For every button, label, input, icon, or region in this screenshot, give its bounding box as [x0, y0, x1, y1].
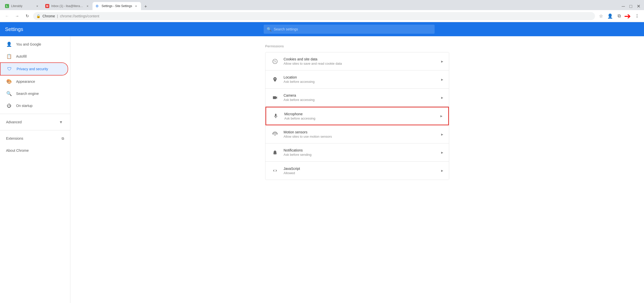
- sidebar-item-extensions[interactable]: Extensions ⧉: [0, 132, 70, 144]
- sidebar: 👤 You and Google 📋 Autofill 🛡 Privacy an…: [0, 36, 70, 303]
- bookmark-button[interactable]: ☆: [597, 12, 605, 20]
- sidebar-label-advanced: Advanced: [6, 120, 56, 124]
- javascript-title: JavaScript: [284, 167, 436, 171]
- reload-button[interactable]: ↻: [23, 12, 31, 20]
- microphone-subtitle: Ask before accessing: [284, 117, 436, 120]
- external-link-icon: ⧉: [62, 136, 64, 141]
- svg-point-5: [275, 61, 275, 61]
- microphone-chevron-icon: ►: [440, 114, 443, 118]
- tab-title-literably: Literably: [11, 4, 33, 8]
- url-domain: Chrome: [42, 14, 55, 18]
- sidebar-item-on-startup[interactable]: ⏻ On startup: [0, 100, 68, 112]
- motion-sensors-icon: [270, 130, 280, 139]
- permissions-section-title: Permissions: [265, 42, 449, 50]
- sidebar-label-on-startup: On startup: [16, 104, 62, 108]
- cookies-text: Cookies and site data Allow sites to sav…: [284, 57, 436, 65]
- tab-inbox[interactable]: M Inbox (1) - lisa@literably.com ✕: [42, 2, 93, 10]
- tab-literably[interactable]: L Literably ✕: [2, 2, 42, 10]
- chevron-down-icon: ▾: [60, 119, 62, 125]
- location-icon: [270, 75, 280, 84]
- sidebar-label-privacy-security: Privacy and security: [17, 67, 62, 71]
- user-profile-button[interactable]: 👤: [606, 12, 614, 20]
- javascript-subtitle: Allowed: [284, 171, 436, 175]
- microphone-text: Microphone Ask before accessing: [284, 112, 436, 120]
- search-input[interactable]: [274, 27, 432, 31]
- tab-title-settings: Settings - Site Settings: [102, 4, 132, 8]
- address-bar: ← → ↻ 🔒 Chrome | chrome://settings/conte…: [0, 10, 644, 22]
- tab-favicon-literably: L: [5, 4, 9, 8]
- sidebar-item-advanced[interactable]: Advanced ▾: [0, 116, 68, 128]
- permission-item-motion-sensors[interactable]: Motion sensors Allow sites to use motion…: [265, 125, 449, 143]
- sidebar-label-search-engine: Search engine: [16, 92, 62, 96]
- sidebar-divider-2: [0, 130, 70, 130]
- camera-text: Camera Ask before accessing: [284, 93, 436, 102]
- microphone-icon: [271, 111, 280, 121]
- sidebar-item-appearance[interactable]: 🎨 Appearance: [0, 75, 68, 88]
- sidebar-label-autofill: Autofill: [16, 54, 62, 58]
- new-tab-button[interactable]: +: [142, 3, 149, 10]
- cookies-chevron-icon: ►: [440, 59, 444, 63]
- permission-item-microphone[interactable]: Microphone Ask before accessing ►: [265, 107, 449, 125]
- svg-point-3: [275, 61, 276, 62]
- motion-sensors-subtitle: Allow sites to use motion sensors: [284, 135, 436, 138]
- permission-item-notifications[interactable]: Notifications Ask before sending ►: [265, 143, 449, 162]
- location-subtitle: Ask before accessing: [284, 80, 436, 84]
- tab-close-literably[interactable]: ✕: [35, 4, 39, 8]
- forward-button[interactable]: →: [13, 12, 21, 20]
- sidebar-item-you-google[interactable]: 👤 You and Google: [0, 38, 68, 50]
- cookies-title: Cookies and site data: [284, 57, 436, 61]
- permissions-list: Cookies and site data Allow sites to sav…: [265, 52, 449, 180]
- motion-sensors-chevron-icon: ►: [440, 132, 444, 136]
- close-window-button[interactable]: ✕: [635, 4, 642, 9]
- shield-icon: 🛡: [7, 66, 13, 72]
- sidebar-active-highlight: 🛡 Privacy and security: [0, 62, 68, 75]
- sidebar-label-appearance: Appearance: [16, 80, 62, 84]
- menu-button[interactable]: ⋮: [633, 12, 641, 20]
- motion-sensors-text: Motion sensors Allow sites to use motion…: [284, 130, 436, 138]
- svg-point-6: [274, 133, 276, 135]
- permission-item-camera[interactable]: Camera Ask before accessing ►: [265, 89, 449, 107]
- tab-title-inbox: Inbox (1) - lisa@literably.com: [51, 4, 83, 8]
- cookies-subtitle: Allow sites to save and read cookie data: [284, 62, 436, 65]
- maximize-button[interactable]: □: [628, 4, 634, 9]
- camera-icon: [270, 93, 280, 102]
- search-box[interactable]: 🔍: [264, 25, 435, 34]
- camera-chevron-icon: ►: [440, 96, 444, 100]
- javascript-text: JavaScript Allowed: [284, 167, 436, 175]
- javascript-chevron-icon: ►: [440, 169, 444, 173]
- notifications-icon: [270, 148, 280, 157]
- lock-icon: 🔒: [36, 14, 40, 18]
- search-engine-icon: 🔍: [6, 91, 12, 96]
- autofill-icon: 📋: [6, 54, 12, 59]
- tab-settings[interactable]: ⚙ Settings - Site Settings ✕: [93, 2, 141, 10]
- cookies-icon: [270, 57, 280, 66]
- permission-item-javascript[interactable]: JavaScript Allowed ►: [265, 162, 449, 180]
- tab-favicon-inbox: M: [45, 4, 49, 8]
- tab-close-settings[interactable]: ✕: [134, 4, 138, 8]
- location-title: Location: [284, 75, 436, 79]
- sidebar-item-search-engine[interactable]: 🔍 Search engine: [0, 88, 68, 100]
- sidebar-item-privacy-security[interactable]: 🛡 Privacy and security: [1, 63, 68, 75]
- permission-item-location[interactable]: Location Ask before accessing ►: [265, 70, 449, 89]
- url-bar[interactable]: 🔒 Chrome | chrome://settings/content: [33, 12, 595, 20]
- camera-title: Camera: [284, 93, 436, 97]
- permission-item-cookies[interactable]: Cookies and site data Allow sites to sav…: [265, 52, 449, 70]
- svg-point-1: [274, 60, 274, 61]
- notifications-text: Notifications Ask before sending: [284, 148, 436, 157]
- main-content: Permissions Cookies and site data Allow …: [70, 36, 644, 303]
- motion-sensors-title: Motion sensors: [284, 130, 436, 134]
- settings-header: Settings 🔍: [0, 22, 644, 36]
- sidebar-label-extensions: Extensions: [6, 136, 58, 140]
- location-text: Location Ask before accessing: [284, 75, 436, 84]
- startup-icon: ⏻: [6, 103, 12, 108]
- tab-close-inbox[interactable]: ✕: [85, 4, 89, 8]
- extensions-button[interactable]: ⧉: [615, 12, 623, 20]
- url-separator: |: [57, 14, 58, 18]
- notifications-subtitle: Ask before sending: [284, 153, 436, 157]
- sidebar-item-about-chrome[interactable]: About Chrome: [0, 144, 68, 157]
- minimize-button[interactable]: ─: [620, 4, 626, 9]
- back-button[interactable]: ←: [3, 12, 11, 20]
- settings-page-title: Settings: [5, 26, 55, 32]
- sidebar-item-autofill[interactable]: 📋 Autofill: [0, 50, 68, 62]
- search-icon: 🔍: [267, 27, 272, 32]
